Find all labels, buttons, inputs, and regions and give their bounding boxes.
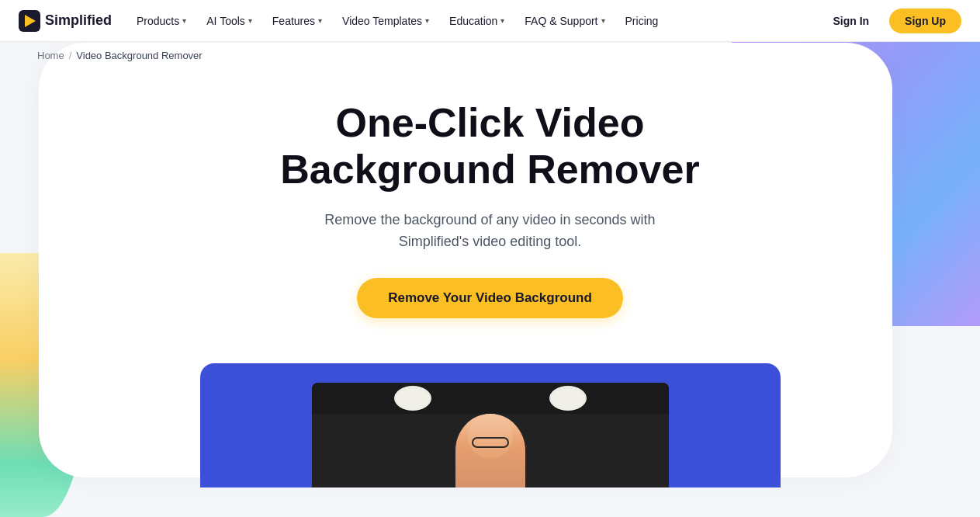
nav-features[interactable]: Features ▾	[263, 10, 331, 32]
hero-subtitle: Remove the background of any video in se…	[304, 209, 677, 254]
nav-pricing[interactable]: Pricing	[616, 10, 668, 32]
ceiling-light-left	[394, 386, 431, 411]
logo-link[interactable]: Simplified	[19, 10, 112, 32]
video-person-body	[455, 414, 525, 488]
nav-video-templates[interactable]: Video Templates ▾	[333, 10, 438, 32]
logo-icon	[19, 10, 40, 32]
cta-button[interactable]: Remove Your Video Background	[357, 278, 623, 318]
breadcrumb-current: Video Background Remover	[76, 50, 202, 61]
breadcrumb-home-link[interactable]: Home	[37, 50, 64, 61]
signin-button[interactable]: Sign In	[819, 9, 883, 33]
video-preview	[0, 363, 980, 488]
nav-education[interactable]: Education ▾	[440, 10, 514, 32]
video-frame	[200, 363, 781, 488]
video-person-head	[468, 414, 513, 459]
nav-faq-support[interactable]: FAQ & Support ▾	[515, 10, 614, 32]
video-inner	[312, 383, 669, 488]
hero-section: One-Click Video Background Remover Remov…	[0, 69, 980, 342]
ceiling-light-right	[549, 386, 587, 411]
faq-chevron-icon: ▾	[601, 16, 605, 25]
video-person-glasses	[472, 437, 509, 448]
nav-items: Products ▾ AI Tools ▾ Features ▾ Video T…	[127, 10, 816, 32]
nav-ai-tools[interactable]: AI Tools ▾	[197, 10, 261, 32]
ai-tools-chevron-icon: ▾	[248, 16, 252, 25]
breadcrumb: Home / Video Background Remover	[0, 42, 980, 69]
signup-button[interactable]: Sign Up	[889, 9, 961, 33]
features-chevron-icon: ▾	[318, 16, 322, 25]
navbar: Simplified Products ▾ AI Tools ▾ Feature…	[0, 0, 980, 42]
breadcrumb-separator: /	[69, 50, 72, 61]
nav-products[interactable]: Products ▾	[127, 10, 196, 32]
nav-right: Sign In Sign Up	[819, 9, 961, 33]
hero-title: One-Click Video Background Remover	[219, 100, 762, 193]
education-chevron-icon: ▾	[500, 16, 504, 25]
logo-text: Simplified	[45, 12, 112, 29]
video-templates-chevron-icon: ▾	[425, 16, 429, 25]
video-ceiling	[312, 383, 669, 414]
products-chevron-icon: ▾	[182, 16, 186, 25]
